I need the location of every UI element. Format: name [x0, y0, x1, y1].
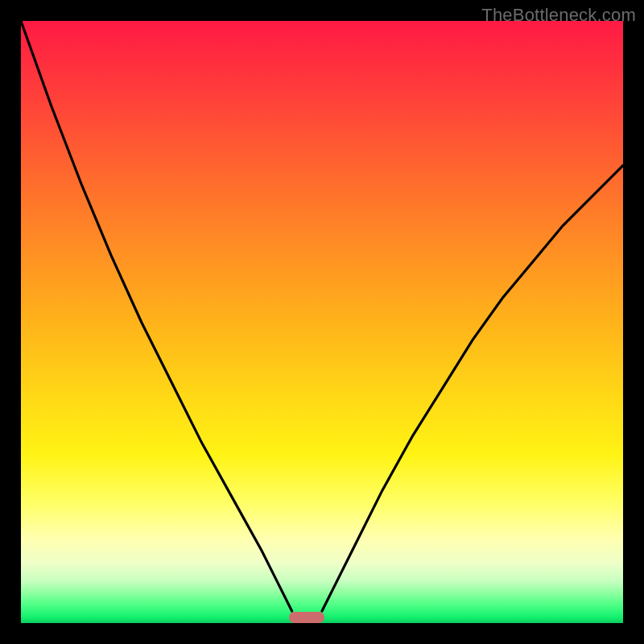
curve-right — [322, 166, 623, 612]
curve-left — [21, 21, 292, 611]
curve-layer — [21, 21, 623, 623]
chart-container: TheBottleneck.com — [0, 0, 644, 644]
plot-area — [21, 21, 623, 623]
minimum-marker — [289, 612, 324, 623]
